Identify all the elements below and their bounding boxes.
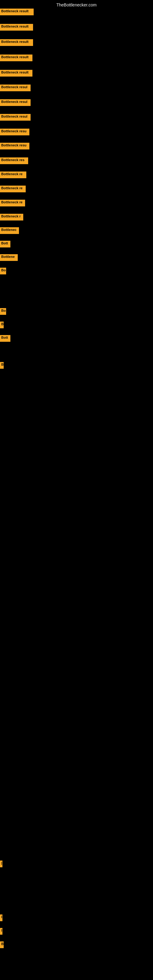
- bottleneck-item[interactable]: B: [0, 362, 4, 369]
- bottleneck-item[interactable]: Bottleneck r: [0, 214, 23, 221]
- bottleneck-item[interactable]: Bottleneck result: [0, 9, 33, 15]
- bottleneck-item[interactable]: B: [0, 321, 4, 328]
- bottleneck-item[interactable]: Bottleneck resul: [0, 99, 30, 106]
- bottleneck-item[interactable]: Bottleneck re: [0, 200, 25, 207]
- bottleneck-item[interactable]: Bottleneck res: [0, 158, 28, 164]
- bottleneck-item[interactable]: Bottleneck re: [0, 172, 26, 178]
- bottleneck-item[interactable]: Bo: [0, 308, 6, 315]
- bottleneck-item[interactable]: Bottleneck result: [0, 24, 33, 30]
- bottleneck-item[interactable]: Bott: [0, 335, 10, 342]
- bottleneck-item[interactable]: Bottleneck result: [0, 54, 32, 61]
- bottleneck-item[interactable]: B: [0, 942, 4, 948]
- bottleneck-item[interactable]: Bottleneck resul: [0, 114, 30, 121]
- site-title: TheBottlenecker.com: [0, 0, 153, 9]
- bottleneck-item[interactable]: Bottleneck re: [0, 186, 26, 192]
- bottleneck-item[interactable]: Bott: [0, 241, 10, 247]
- bottleneck-item[interactable]: Bottlene: [0, 254, 18, 261]
- bottleneck-item[interactable]: Bottleneck resu: [0, 143, 29, 150]
- bottleneck-item[interactable]: Bottleneck result: [0, 70, 32, 76]
- bottleneck-item[interactable]: I: [0, 928, 2, 935]
- bottleneck-item[interactable]: Bo: [0, 268, 6, 274]
- bottleneck-item[interactable]: Bottlenec: [0, 227, 19, 234]
- bottleneck-item[interactable]: Bottleneck resul: [0, 84, 30, 91]
- bottleneck-item[interactable]: |: [0, 861, 2, 867]
- bottleneck-item[interactable]: Bottleneck resu: [0, 129, 29, 135]
- bottleneck-item[interactable]: I: [0, 915, 2, 921]
- bottleneck-item[interactable]: Bottleneck result: [0, 39, 33, 46]
